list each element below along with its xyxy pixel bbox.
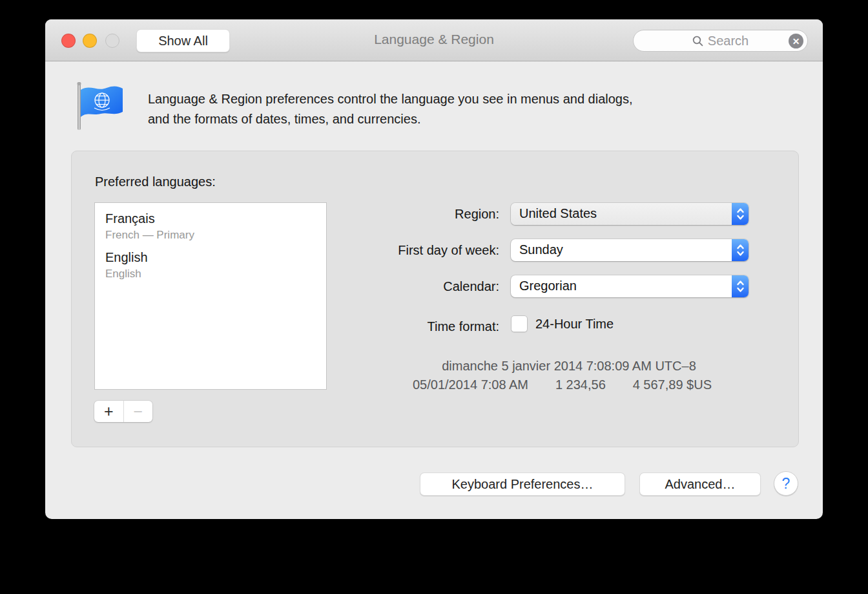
number-preview: 1 234,56	[555, 377, 606, 392]
first-day-select[interactable]: Sunday	[511, 239, 749, 261]
format-preview-row: 05/01/2014 7:08 AM 1 234,56 4 567,89 $US	[413, 377, 712, 392]
24-hour-time-checkbox[interactable]	[511, 315, 528, 332]
search-icon	[692, 36, 703, 47]
preferred-languages-label: Preferred languages:	[95, 175, 216, 189]
minimize-button[interactable]	[83, 34, 97, 48]
preferences-window: Show All Language & Region Search ✕	[45, 19, 823, 519]
region-label: Region:	[265, 207, 499, 222]
close-button[interactable]	[61, 34, 76, 48]
24-hour-time-label: 24-Hour Time	[535, 317, 614, 332]
keyboard-preferences-button[interactable]: Keyboard Preferences…	[420, 472, 625, 496]
chevron-up-down-icon	[732, 239, 749, 261]
add-language-button[interactable]: +	[94, 401, 123, 422]
date-time-preview: dimanche 5 janvier 2014 7:08:09 AM UTC–8	[349, 359, 789, 374]
chevron-up-down-icon	[732, 203, 749, 225]
zoom-button-disabled	[105, 34, 119, 48]
language-region-panel: Preferred languages: Français French — P…	[71, 151, 799, 447]
calendar-label: Calendar:	[265, 279, 499, 294]
search-input[interactable]: Search ✕	[633, 30, 808, 52]
toolbar: Show All Language & Region Search ✕	[45, 19, 823, 61]
preferred-languages-list[interactable]: Français French — Primary English Englis…	[94, 202, 327, 390]
panel-description: Language & Region preferences control th…	[148, 89, 633, 129]
add-remove-control: + −	[94, 401, 152, 422]
currency-preview: 4 567,89 $US	[633, 377, 712, 392]
show-all-button[interactable]: Show All	[136, 29, 230, 52]
calendar-select[interactable]: Gregorian	[511, 275, 749, 297]
search-placeholder: Search	[708, 34, 749, 48]
first-day-label: First day of week:	[265, 243, 499, 258]
region-select[interactable]: United States	[511, 203, 749, 225]
un-flag-icon	[72, 80, 127, 133]
short-date-preview: 05/01/2014 7:08 AM	[413, 377, 528, 392]
advanced-button[interactable]: Advanced…	[639, 472, 761, 496]
clear-search-icon[interactable]: ✕	[789, 34, 803, 48]
remove-language-button[interactable]: −	[123, 401, 153, 422]
help-button[interactable]: ?	[774, 471, 798, 496]
chevron-up-down-icon	[732, 275, 749, 297]
time-format-label: Time format:	[265, 319, 499, 334]
